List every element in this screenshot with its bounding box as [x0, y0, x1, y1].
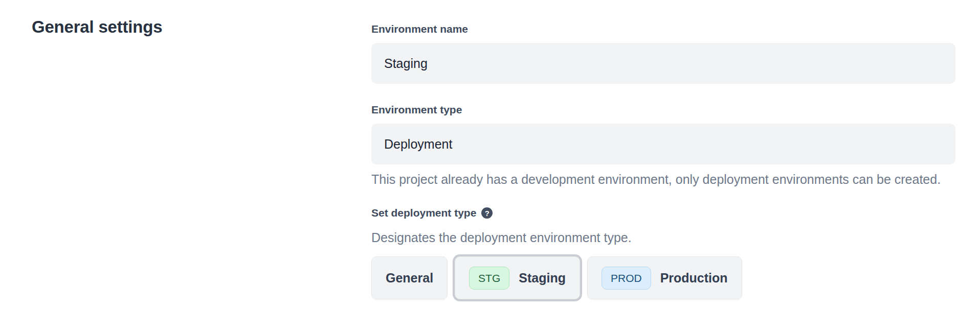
deployment-type-option-production[interactable]: PROD Production — [587, 256, 742, 299]
deployment-type-group: Set deployment type ? Designates the dep… — [371, 206, 955, 303]
option-general-label: General — [386, 271, 433, 286]
environment-type-group: Environment type This project already ha… — [371, 103, 955, 189]
deployment-type-label: Set deployment type — [371, 206, 476, 220]
staging-badge: STG — [469, 267, 509, 290]
page-title: General settings — [32, 15, 351, 39]
deployment-type-options: General STG Staging PROD Production — [371, 253, 955, 303]
environment-name-label: Environment name — [371, 22, 955, 36]
question-mark-icon[interactable]: ? — [481, 207, 493, 219]
environment-type-help-text: This project already has a development e… — [371, 170, 955, 189]
deployment-type-option-staging[interactable]: STG Staging — [455, 256, 580, 299]
production-badge: PROD — [602, 267, 651, 290]
environment-settings-form: Environment name Environment type This p… — [371, 0, 955, 303]
environment-name-group: Environment name — [371, 22, 955, 84]
option-production-label: Production — [660, 271, 728, 286]
deployment-type-label-row: Set deployment type ? — [371, 206, 955, 220]
deployment-type-description: Designates the deployment environment ty… — [371, 228, 955, 247]
deployment-type-option-general[interactable]: General — [371, 256, 448, 299]
environment-type-input[interactable] — [371, 124, 955, 164]
settings-heading-column: General settings — [0, 0, 371, 303]
general-settings-page: General settings Environment name Enviro… — [0, 0, 980, 303]
option-staging-label: Staging — [519, 271, 566, 286]
environment-name-input[interactable] — [371, 43, 955, 84]
environment-type-label: Environment type — [371, 103, 955, 116]
